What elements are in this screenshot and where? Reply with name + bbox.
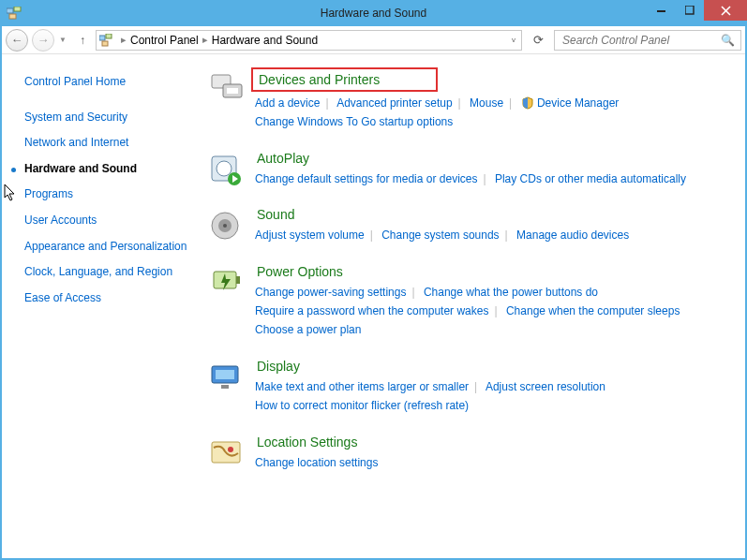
up-button[interactable]: ↑	[73, 31, 92, 50]
link-power-buttons[interactable]: Change what the power buttons do	[424, 286, 598, 299]
sidebar-item-ease-of-access[interactable]: Ease of Access	[24, 291, 189, 306]
toolbar: ← → ▼ ↑ ▸ Control Panel ▸ Hardware and S…	[2, 26, 745, 54]
address-bar[interactable]: ▸ Control Panel ▸ Hardware and Sound v	[96, 30, 522, 51]
sidebar-item-hardware-sound[interactable]: Hardware and Sound	[24, 162, 189, 177]
sidebar-home[interactable]: Control Panel Home	[24, 75, 189, 90]
link-screen-resolution[interactable]: Adjust screen resolution	[486, 380, 605, 393]
svg-rect-3	[657, 10, 665, 12]
link-adjust-volume[interactable]: Adjust system volume	[255, 228, 365, 242]
sidebar-item-system-security[interactable]: System and Security	[24, 111, 189, 125]
sidebar-item-user-accounts[interactable]: User Accounts	[24, 214, 189, 228]
svg-rect-2	[9, 14, 16, 19]
svg-rect-21	[236, 276, 240, 284]
autoplay-icon	[208, 151, 246, 188]
link-monitor-flicker[interactable]: How to correct monitor flicker (refresh …	[255, 399, 469, 412]
link-change-sounds[interactable]: Change system sounds	[381, 228, 499, 242]
autoplay-heading[interactable]: AutoPlay	[255, 149, 311, 168]
link-add-device[interactable]: Add a device	[255, 96, 320, 110]
svg-point-26	[228, 447, 233, 452]
link-device-manager[interactable]: Device Manager	[537, 96, 619, 110]
sound-heading[interactable]: Sound	[255, 205, 296, 224]
sidebar-item-clock-language[interactable]: Clock, Language, and Region	[24, 265, 189, 280]
svg-rect-9	[102, 41, 108, 46]
svg-point-19	[223, 224, 227, 228]
link-require-password[interactable]: Require a password when the computer wak…	[255, 304, 488, 317]
refresh-button[interactable]: ⟳	[528, 30, 548, 51]
svg-rect-4	[685, 6, 694, 14]
location-icon	[98, 33, 115, 48]
power-options-icon	[208, 264, 246, 302]
close-button[interactable]	[704, 0, 747, 21]
link-play-cds[interactable]: Play CDs or other media automatically	[495, 172, 686, 185]
control-panel-window: Hardware and Sound ← → ▼ ↑ ▸ Control Pan…	[0, 0, 747, 560]
devices-printers-heading[interactable]: Devices and Printers	[251, 67, 438, 92]
titlebar: Hardware and Sound	[0, 0, 747, 26]
app-icon	[6, 6, 22, 21]
link-autoplay-defaults[interactable]: Change default settings for media or dev…	[255, 172, 477, 185]
svg-rect-12	[227, 88, 238, 94]
sound-icon	[208, 207, 246, 244]
link-text-size[interactable]: Make text and other items larger or smal…	[255, 380, 469, 393]
minimize-button[interactable]	[648, 0, 676, 21]
svg-rect-0	[7, 8, 13, 13]
maximize-button[interactable]	[676, 0, 704, 21]
history-dropdown[interactable]: ▼	[58, 29, 67, 52]
shield-icon	[521, 96, 534, 110]
svg-rect-1	[14, 7, 21, 11]
link-computer-sleeps[interactable]: Change when the computer sleeps	[506, 304, 680, 317]
svg-rect-8	[106, 34, 112, 38]
breadcrumb-control-panel[interactable]: Control Panel	[130, 34, 199, 47]
forward-button[interactable]: →	[32, 29, 54, 52]
window-controls	[648, 0, 747, 21]
location-settings-heading[interactable]: Location Settings	[255, 433, 359, 451]
category-display: Display Make text and other items larger…	[208, 357, 726, 416]
svg-rect-23	[216, 370, 234, 379]
category-sound: Sound Adjust system volume| Change syste…	[208, 205, 726, 244]
sidebar-item-programs[interactable]: Programs	[24, 187, 189, 202]
breadcrumb-sep-icon[interactable]: ▸	[117, 34, 130, 46]
link-manage-audio[interactable]: Manage audio devices	[516, 228, 629, 242]
sidebar-item-appearance[interactable]: Appearance and Personalization	[24, 240, 189, 255]
category-autoplay: AutoPlay Change default settings for med…	[208, 149, 726, 188]
search-box[interactable]: 🔍	[554, 30, 741, 51]
breadcrumb-sep-icon[interactable]: ▸	[199, 34, 212, 46]
svg-rect-7	[99, 36, 105, 40]
link-choose-plan[interactable]: Choose a power plan	[255, 323, 361, 336]
link-advanced-printer-setup[interactable]: Advanced printer setup	[336, 96, 452, 110]
svg-rect-24	[221, 385, 229, 389]
sidebar: Control Panel Home System and Security N…	[2, 54, 199, 558]
link-power-saving[interactable]: Change power-saving settings	[255, 286, 406, 299]
address-dropdown-icon[interactable]: v	[508, 36, 519, 44]
window-title: Hardware and Sound	[0, 7, 747, 20]
display-heading[interactable]: Display	[255, 357, 302, 376]
search-input[interactable]	[560, 33, 721, 48]
back-button[interactable]: ←	[6, 29, 28, 52]
link-mouse[interactable]: Mouse	[470, 96, 503, 110]
category-location-settings: Location Settings Change location settin…	[208, 433, 726, 472]
svg-point-14	[217, 161, 232, 176]
display-icon	[208, 359, 246, 396]
link-change-location[interactable]: Change location settings	[255, 456, 378, 469]
content-body: Control Panel Home System and Security N…	[2, 54, 745, 558]
main-content: Devices and Printers Add a device| Advan…	[199, 54, 745, 558]
category-power-options: Power Options Change power-saving settin…	[208, 262, 726, 340]
sidebar-item-network[interactable]: Network and Internet	[24, 136, 189, 151]
category-devices-printers: Devices and Printers Add a device| Advan…	[208, 67, 726, 132]
search-icon: 🔍	[721, 34, 735, 47]
link-windows-to-go[interactable]: Change Windows To Go startup options	[255, 115, 453, 128]
location-settings-icon	[208, 435, 246, 472]
power-options-heading[interactable]: Power Options	[255, 262, 345, 281]
devices-printers-icon	[208, 69, 246, 107]
breadcrumb-hardware-sound[interactable]: Hardware and Sound	[212, 34, 318, 47]
